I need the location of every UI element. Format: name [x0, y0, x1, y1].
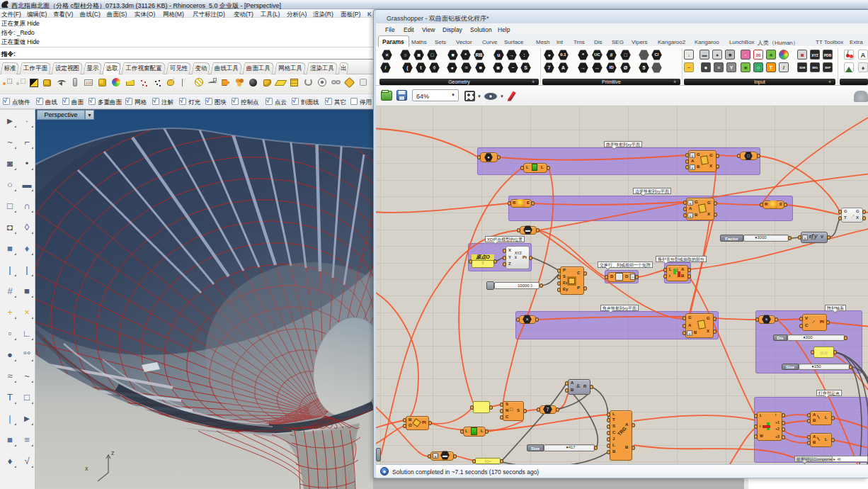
svg-text:z: z [111, 449, 115, 456]
svg-text:x: x [85, 465, 88, 472]
